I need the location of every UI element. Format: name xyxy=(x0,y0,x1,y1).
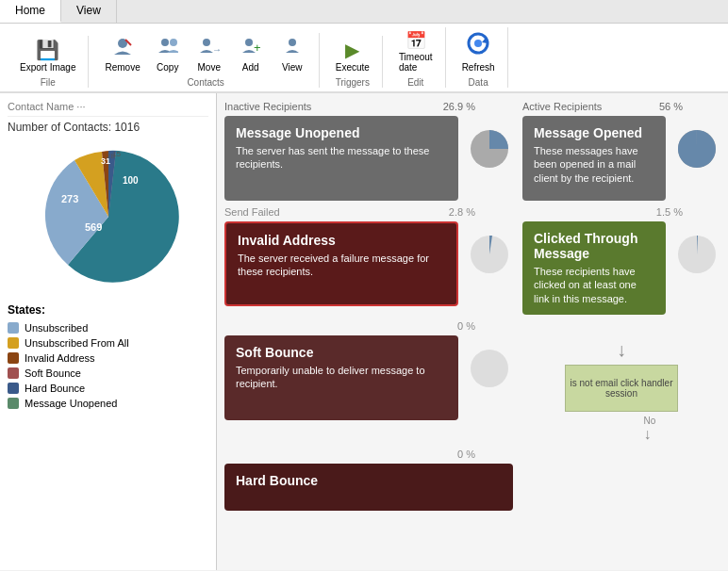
active-percent-1: 56 % xyxy=(659,101,683,112)
legend-dot-hard-bounce xyxy=(8,383,19,394)
remove-button[interactable]: Remove xyxy=(100,33,144,75)
soft-bounce-percent: 0 % xyxy=(457,320,475,332)
no-label: No xyxy=(644,416,656,426)
file-group-label: File xyxy=(41,77,56,88)
hard-bounce-percent: 0 % xyxy=(457,449,475,460)
export-image-button[interactable]: 💾 Export Image xyxy=(15,36,80,75)
add-button[interactable]: + Add xyxy=(232,33,270,75)
pie-chart: 569 273 100 31 28 15 xyxy=(33,141,184,292)
legend-label-hard-bounce: Hard Bounce xyxy=(25,383,85,394)
view-icon xyxy=(282,36,303,61)
contacts-label: Number of Contacts: xyxy=(8,121,111,134)
svg-text:569: 569 xyxy=(85,221,102,233)
view-label: View xyxy=(282,62,303,73)
ribbon-group-file: 💾 Export Image File xyxy=(8,36,89,88)
mini-pie-3 xyxy=(466,231,513,281)
msg-unopened-desc: The server has sent the message to these… xyxy=(236,144,447,171)
edit-group-label: Edit xyxy=(407,77,423,88)
svg-point-6 xyxy=(245,39,253,46)
timeout-label: Timeout date xyxy=(399,52,433,73)
remove-label: Remove xyxy=(105,62,140,73)
legend-unsubscribed: Unsubscribed xyxy=(8,322,208,334)
msg-opened-title: Message Opened xyxy=(534,125,654,140)
soft-bounce-desc: Temporarily unable to deliver message to… xyxy=(236,364,447,391)
ribbon-group-edit: 📅 Timeout date Edit xyxy=(387,27,446,88)
contacts-number: 1016 xyxy=(114,121,140,134)
msg-opened-desc: These messages have been opened in a mai… xyxy=(534,144,654,185)
message-unopened-card: Message Unopened The server has sent the… xyxy=(224,116,458,201)
invalid-address-card[interactable]: Invalid Address The server received a fa… xyxy=(224,221,458,306)
right-panel: Inactive Recipients 26.9 % Message Unope… xyxy=(217,93,728,570)
contact-count: Number of Contacts: 1016 xyxy=(8,121,208,134)
legend-label-unsubscribed-all: Unsubscribed From All xyxy=(25,337,129,349)
send-failed-percent: 2.8 % xyxy=(449,206,475,218)
msg-unopened-title: Message Unopened xyxy=(236,125,447,140)
view-contacts-button[interactable]: View xyxy=(273,33,311,75)
tab-bar: Home View xyxy=(0,0,728,24)
timeout-icon: 📅 xyxy=(405,30,426,51)
legend-dot-unsubscribed-all xyxy=(8,337,19,349)
move-label: Move xyxy=(198,62,221,73)
arrow-down-2: ↓ xyxy=(644,426,652,443)
mini-pie-4 xyxy=(673,231,720,281)
ribbon-group-contacts: Remove Copy → Move + Add xyxy=(92,33,319,88)
execute-icon: ▶ xyxy=(345,39,359,61)
inactive-percent-1: 26.9 % xyxy=(443,101,475,112)
contact-name: Contact Name ··· xyxy=(8,101,208,117)
hard-bounce-title: Hard Bounce xyxy=(236,473,502,488)
remove-icon xyxy=(112,36,133,61)
svg-text:+: + xyxy=(254,41,261,55)
legend-unsubscribed-all: Unsubscribed From All xyxy=(8,337,208,349)
export-icon: 💾 xyxy=(36,39,59,61)
pie-chart-area: 569 273 100 31 28 15 xyxy=(8,141,208,292)
svg-text:100: 100 xyxy=(123,175,139,186)
execute-button[interactable]: ▶ Execute xyxy=(331,36,374,75)
tab-view[interactable]: View xyxy=(61,0,117,23)
svg-text:15: 15 xyxy=(112,150,121,158)
left-panel: Contact Name ··· Number of Contacts: 101… xyxy=(0,93,217,570)
ribbon: 💾 Export Image File Remove Copy xyxy=(0,24,728,93)
flow-area: ↓ is not email click handler session No … xyxy=(522,320,720,443)
clicked-through-card: Clicked Through Message These recipients… xyxy=(522,221,666,315)
hard-bounce-card: Hard Bounce xyxy=(224,464,513,511)
states-title: States: xyxy=(8,303,208,317)
copy-label: Copy xyxy=(157,62,178,73)
svg-point-21 xyxy=(471,350,508,387)
move-icon: → xyxy=(199,36,220,61)
diamond-shape: is not email click handler session xyxy=(565,365,678,412)
tab-home[interactable]: Home xyxy=(0,0,61,23)
svg-point-2 xyxy=(161,39,169,46)
soft-bounce-title: Soft Bounce xyxy=(236,345,447,360)
export-label: Export Image xyxy=(20,62,75,73)
svg-point-4 xyxy=(203,39,210,46)
add-label: Add xyxy=(242,62,259,73)
legend-message-unopened: Message Unopened xyxy=(8,398,208,409)
refresh-button[interactable]: Refresh xyxy=(457,27,500,75)
add-icon: + xyxy=(240,36,261,61)
refresh-label: Refresh xyxy=(462,62,495,73)
timeout-date-button[interactable]: 📅 Timeout date xyxy=(394,27,438,75)
legend-label-msg-unopened: Message Unopened xyxy=(25,398,117,409)
main-content: Contact Name ··· Number of Contacts: 101… xyxy=(0,93,728,570)
copy-button[interactable]: Copy xyxy=(149,33,187,75)
legend-hard-bounce: Hard Bounce xyxy=(8,383,208,394)
execute-label: Execute xyxy=(336,62,370,73)
contacts-group-label: Contacts xyxy=(187,77,223,88)
mini-pie-2 xyxy=(673,125,720,175)
arrow-down-1: ↓ xyxy=(617,339,626,361)
mini-pie-1 xyxy=(466,125,513,175)
invalid-title: Invalid Address xyxy=(238,233,445,248)
ribbon-group-data: Refresh Data xyxy=(450,27,508,88)
legend-dot-soft-bounce xyxy=(8,367,19,379)
move-button[interactable]: → Move xyxy=(190,33,228,75)
legend-dot-invalid xyxy=(8,352,19,364)
ribbon-group-triggers: ▶ Execute Triggers xyxy=(323,36,383,88)
clicked-percent: 1.5 % xyxy=(656,206,683,218)
svg-point-3 xyxy=(170,39,177,46)
mini-pie-5 xyxy=(466,345,513,395)
legend-label-unsubscribed: Unsubscribed xyxy=(25,322,88,334)
triggers-group-label: Triggers xyxy=(336,77,370,88)
inactive-section-label: Inactive Recipients xyxy=(224,101,311,112)
legend-label-soft-bounce: Soft Bounce xyxy=(25,367,81,379)
clicked-desc: These recipients have clicked on at leas… xyxy=(534,265,654,305)
